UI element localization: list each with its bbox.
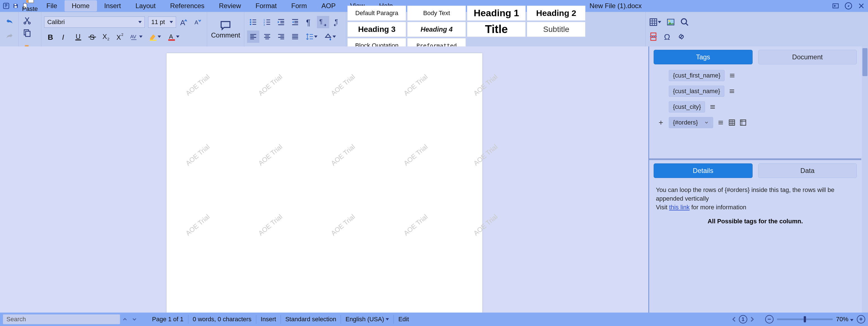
- scrollbar-thumb[interactable]: [862, 48, 867, 76]
- zoom-value[interactable]: 70%: [836, 316, 854, 323]
- paste-button[interactable]: Paste: [20, 0, 40, 12]
- grow-font-icon[interactable]: A: [178, 16, 190, 28]
- insert-grid-icon[interactable]: [728, 119, 736, 126]
- status-selection-mode[interactable]: Standard selection: [281, 315, 341, 324]
- insert-inline-icon[interactable]: [728, 88, 736, 95]
- align-justify-icon[interactable]: [289, 30, 301, 43]
- fill-color-icon[interactable]: [321, 30, 338, 43]
- tab-document[interactable]: Document: [758, 50, 857, 64]
- font-size-combo[interactable]: 11 pt: [148, 17, 176, 28]
- prev-page-icon[interactable]: [730, 316, 739, 323]
- cut-icon[interactable]: [21, 14, 33, 27]
- superscript-icon[interactable]: X2: [114, 30, 126, 43]
- close-icon[interactable]: [857, 1, 866, 10]
- find-next-icon[interactable]: [130, 316, 139, 322]
- zoom-out-button[interactable]: −: [765, 315, 774, 324]
- panel-toggle-icon[interactable]: [831, 1, 840, 10]
- svg-rect-7: [28, 0, 34, 3]
- scrollbar-track[interactable]: [862, 47, 868, 313]
- tab-data[interactable]: Data: [758, 163, 857, 178]
- style-heading2[interactable]: Heading 2: [527, 6, 586, 21]
- align-right-icon[interactable]: [275, 30, 287, 43]
- redo-icon[interactable]: [3, 30, 16, 43]
- next-page-icon[interactable]: [747, 316, 757, 323]
- decrease-indent-icon[interactable]: [289, 16, 301, 28]
- special-char-icon[interactable]: Ω: [661, 30, 674, 43]
- page-break-icon[interactable]: [647, 30, 659, 43]
- rtl-icon[interactable]: ¶: [331, 16, 343, 28]
- svg-text:A: A: [169, 33, 173, 40]
- style-heading3[interactable]: Heading 3: [347, 22, 406, 37]
- insert-image-icon[interactable]: [664, 16, 677, 28]
- align-center-icon[interactable]: [261, 30, 273, 43]
- zoom-slider-knob[interactable]: [804, 316, 806, 322]
- app-icon[interactable]: [2, 2, 10, 10]
- zoom-slider[interactable]: [777, 319, 833, 320]
- highlight-icon[interactable]: [147, 30, 163, 43]
- style-body-text[interactable]: Body Text: [407, 6, 466, 21]
- document-area[interactable]: AOE Trial AOE Trial AOE Trial AOE Trial …: [0, 47, 648, 313]
- compass-icon[interactable]: [844, 1, 853, 10]
- undo-icon[interactable]: [3, 16, 16, 28]
- svg-text:U: U: [76, 33, 81, 40]
- font-name-combo[interactable]: Calibri: [44, 17, 145, 28]
- insert-inline-icon[interactable]: [717, 119, 724, 126]
- increase-indent-icon[interactable]: [275, 16, 287, 28]
- font-color-icon[interactable]: A: [165, 30, 182, 43]
- tab-details[interactable]: Details: [654, 163, 752, 178]
- menu-references[interactable]: References: [163, 0, 212, 11]
- menu-format[interactable]: Format: [248, 0, 284, 11]
- style-heading1[interactable]: Heading 1: [467, 6, 526, 21]
- tag-chip-city[interactable]: {cust_city}: [669, 101, 705, 112]
- line-spacing-icon[interactable]: [303, 30, 320, 43]
- insert-inline-icon[interactable]: [709, 103, 716, 111]
- zoom-in-button[interactable]: +: [857, 315, 865, 324]
- menu-home[interactable]: Home: [65, 0, 97, 11]
- menu-aop[interactable]: AOP: [314, 0, 343, 11]
- ltr-icon[interactable]: ¶: [317, 16, 329, 28]
- save-icon[interactable]: [12, 2, 20, 10]
- details-link[interactable]: this link: [669, 204, 689, 211]
- italic-icon[interactable]: I: [58, 30, 70, 43]
- underline-icon[interactable]: U: [72, 30, 84, 43]
- insert-inline-icon[interactable]: [728, 72, 736, 79]
- copy-icon[interactable]: [21, 27, 33, 39]
- char-spacing-icon[interactable]: AV: [128, 30, 145, 43]
- tag-chip-last-name[interactable]: {cust_last_name}: [669, 86, 724, 97]
- style-subtitle[interactable]: Subtitle: [527, 22, 586, 37]
- tag-chip-first-name[interactable]: {cust_first_name}: [669, 70, 725, 81]
- comment-button[interactable]: Comment: [208, 20, 243, 39]
- find-prev-icon[interactable]: [120, 316, 130, 322]
- status-wordcount[interactable]: 0 words, 0 characters: [188, 315, 256, 324]
- tag-chip-orders[interactable]: {#orders}: [669, 117, 713, 128]
- number-list-icon[interactable]: 123: [261, 16, 273, 28]
- search-input[interactable]: Search: [3, 314, 120, 324]
- badge-button[interactable]: 1: [739, 315, 747, 324]
- align-left-icon[interactable]: [247, 30, 259, 43]
- find-icon[interactable]: [679, 16, 691, 28]
- menu-insert[interactable]: Insert: [97, 0, 128, 11]
- status-insert-mode[interactable]: Insert: [256, 315, 281, 324]
- status-language[interactable]: English (USA): [341, 315, 394, 324]
- page[interactable]: AOE Trial AOE Trial AOE Trial AOE Trial …: [166, 53, 482, 313]
- menu-file[interactable]: File: [39, 0, 65, 11]
- bold-icon[interactable]: B: [44, 30, 57, 43]
- menu-form[interactable]: Form: [284, 0, 314, 11]
- menu-layout[interactable]: Layout: [128, 0, 163, 11]
- bullet-list-icon[interactable]: [247, 16, 259, 28]
- shrink-font-icon[interactable]: A: [192, 16, 204, 28]
- pilcrow-icon[interactable]: ¶: [303, 16, 315, 28]
- tab-tags[interactable]: Tags: [654, 50, 752, 64]
- menu-review[interactable]: Review: [212, 0, 248, 11]
- status-edit-mode[interactable]: Edit: [394, 315, 413, 324]
- style-heading4[interactable]: Heading 4: [407, 22, 466, 37]
- expand-icon[interactable]: +: [657, 118, 665, 127]
- subscript-icon[interactable]: X2: [100, 30, 112, 43]
- strikethrough-icon[interactable]: S: [86, 30, 98, 43]
- insert-table-icon[interactable]: [739, 119, 747, 126]
- insert-table-icon[interactable]: [647, 16, 663, 28]
- style-title[interactable]: Title: [467, 22, 526, 37]
- hyperlink-icon[interactable]: [675, 30, 687, 43]
- style-default-paragraph[interactable]: Default Paragra: [347, 6, 406, 21]
- status-page[interactable]: Page 1 of 1: [148, 315, 188, 324]
